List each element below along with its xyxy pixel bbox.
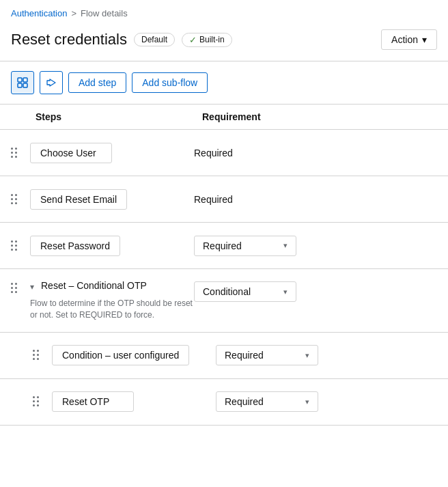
- breadcrumb-separator: >: [71, 8, 76, 18]
- drag-dots-icon: [11, 240, 25, 251]
- add-step-button[interactable]: Add step: [68, 72, 126, 93]
- check-icon: ✓: [189, 35, 197, 45]
- drag-handle[interactable]: [11, 194, 25, 205]
- requirement-area: Conditional ▾: [194, 281, 437, 302]
- table-row: Reset OTP Required ▾: [0, 379, 448, 426]
- page-header: Reset credentials Default ✓ Built-in Act…: [0, 24, 448, 61]
- svg-rect-3: [23, 83, 27, 87]
- step-label: Send Reset Email: [40, 194, 117, 205]
- action-arrow-icon: ▾: [422, 34, 427, 45]
- flow-icon: [46, 77, 57, 88]
- table-row: Reset Password Required ▾: [0, 223, 448, 269]
- drag-dots-icon: [11, 148, 25, 158]
- requirement-area: Required: [194, 194, 437, 205]
- add-subflow-button[interactable]: Add sub-flow: [132, 72, 208, 93]
- drag-dots-icon: [11, 194, 25, 205]
- builtin-badge-label: Built-in: [199, 35, 225, 44]
- svg-rect-0: [18, 78, 22, 82]
- grid-icon: [17, 77, 28, 88]
- view-grid-button[interactable]: [11, 71, 34, 94]
- steps-table: Steps Requirement Choose User Required: [0, 105, 448, 426]
- breadcrumb: Authentication > Flow details: [0, 0, 448, 24]
- requirement-select[interactable]: Required ▾: [216, 391, 318, 412]
- step-label: Choose User: [40, 148, 96, 158]
- table-row: Send Reset Email Required: [0, 176, 448, 223]
- svg-rect-2: [18, 83, 22, 87]
- builtin-badge: ✓ Built-in: [182, 33, 232, 47]
- requirement-area: Required ▾: [194, 236, 437, 256]
- action-button-label: Action: [391, 34, 418, 45]
- drag-handle[interactable]: [11, 283, 25, 294]
- requirement-select[interactable]: Required ▾: [194, 236, 296, 256]
- step-label: Reset Password: [40, 240, 110, 251]
- add-subflow-label: Add sub-flow: [142, 77, 197, 88]
- drag-dots-icon: [11, 283, 25, 294]
- requirement-select[interactable]: Conditional ▾: [194, 281, 296, 302]
- subflow-content: ▾ Reset – Conditional OTP Flow to determ…: [30, 280, 194, 321]
- requirement-area: Required ▾: [216, 345, 437, 365]
- chevron-down-icon[interactable]: ▾: [30, 282, 34, 292]
- step-content: Send Reset Email: [30, 189, 194, 210]
- requirement-select[interactable]: Required ▾: [216, 345, 318, 365]
- subflow-description: Flow to determine if the OTP should be r…: [30, 298, 194, 321]
- requirement-text: Required: [194, 148, 233, 158]
- step-content: Reset Password: [30, 236, 194, 256]
- requirement-select-value: Required: [203, 240, 242, 251]
- toolbar: Add step Add sub-flow: [0, 61, 448, 105]
- requirement-area: Required: [194, 148, 437, 158]
- chevron-down-icon: ▾: [305, 351, 309, 360]
- view-flow-button[interactable]: [40, 71, 63, 94]
- default-badge: Default: [134, 33, 175, 46]
- breadcrumb-current: Flow details: [81, 8, 128, 18]
- drag-handle[interactable]: [11, 148, 25, 158]
- drag-handle[interactable]: [33, 396, 46, 407]
- col-steps-header: Steps: [11, 111, 202, 122]
- drag-handle[interactable]: [33, 350, 46, 361]
- drag-dots-icon: [33, 396, 46, 407]
- drag-dots-icon: [33, 350, 46, 361]
- subflow-title: Reset – Conditional OTP: [41, 280, 147, 291]
- step-content: Condition – user configured: [52, 345, 216, 365]
- chevron-down-icon: ▾: [283, 241, 288, 250]
- requirement-select-value: Conditional: [203, 286, 251, 297]
- page-title-area: Reset credentials Default ✓ Built-in: [11, 31, 232, 48]
- step-box[interactable]: Send Reset Email: [30, 189, 127, 210]
- step-content: Reset OTP: [52, 391, 216, 412]
- drag-handle[interactable]: [11, 240, 25, 251]
- chevron-down-icon: ▾: [305, 398, 309, 406]
- col-requirement-header: Requirement: [202, 111, 437, 122]
- table-row: Condition – user configured Required ▾: [0, 333, 448, 379]
- breadcrumb-parent[interactable]: Authentication: [11, 8, 67, 18]
- table-header: Steps Requirement: [0, 105, 448, 130]
- step-box[interactable]: Reset OTP: [52, 391, 134, 412]
- step-content: Choose User: [30, 143, 194, 163]
- step-label: Reset OTP: [62, 396, 109, 407]
- requirement-select-value: Required: [225, 350, 264, 361]
- step-box[interactable]: Choose User: [30, 143, 112, 163]
- requirement-text: Required: [194, 194, 233, 205]
- table-row: Choose User Required: [0, 130, 448, 176]
- step-label: Condition – user configured: [62, 350, 179, 361]
- action-button[interactable]: Action ▾: [381, 29, 437, 50]
- step-box[interactable]: Reset Password: [30, 236, 120, 256]
- table-row: ▾ Reset – Conditional OTP Flow to determ…: [0, 269, 448, 333]
- page-title: Reset credentials: [11, 31, 127, 48]
- svg-rect-1: [23, 78, 27, 82]
- chevron-down-icon: ▾: [283, 288, 288, 296]
- requirement-select-value: Required: [225, 396, 264, 407]
- step-box[interactable]: Condition – user configured: [52, 345, 189, 365]
- add-step-label: Add step: [79, 77, 116, 88]
- requirement-area: Required ▾: [216, 391, 437, 412]
